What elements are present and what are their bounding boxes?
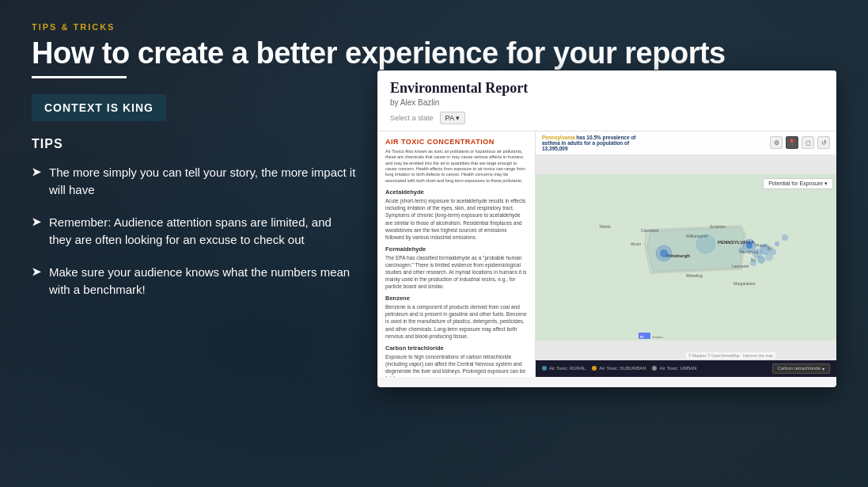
map-attribution: © Mapbox © OpenStreetMap · Improve this … (686, 352, 775, 359)
subsection-1-text: Acute (short-term) exposure to acetaldeh… (385, 197, 527, 241)
tip-item-1: ➤ The more simply you can tell your stor… (32, 164, 356, 200)
content-area: Context Is King TIPS ➤ The more simply y… (32, 94, 836, 456)
chart-dropdown-value: Carbon tetrachloride (778, 366, 821, 371)
report-select[interactable]: PA ▾ (440, 112, 465, 124)
map-svg-area: Pittsburgh PENNSYLVANIA Harrisburg Phila… (536, 154, 836, 360)
map-state-info: Pennsylvania has 10.5% prevalence of ast… (542, 135, 653, 151)
legend-urban-label: Air Toxic: URBAN (659, 366, 696, 371)
subsection-1-title: Acetaldehyde (385, 188, 527, 196)
svg-text:Akron: Akron (631, 242, 641, 246)
tip-text-3: Make sure your audience knows what the n… (49, 264, 356, 299)
report-select-label: Select a state (390, 114, 434, 122)
report-title: Environmental Report (390, 80, 824, 97)
chart-dropdown-container: Carbon tetrachloride ▾ (772, 363, 830, 374)
category-label: Tips & Tricks (32, 22, 836, 32)
report-select-value: PA (445, 114, 454, 122)
legend-rural-dot (542, 366, 547, 371)
page-container: Tips & Tricks How to create a better exp… (0, 0, 868, 487)
map-icon-3[interactable]: ◻ (802, 136, 814, 149)
subsection-3-text: Benzene is a component of products deriv… (385, 303, 527, 339)
report-header: Environmental Report by Alex Bazlin Sele… (377, 70, 836, 131)
tips-label: TIPS (32, 137, 356, 151)
legend-rural: Air Toxic: RURAL (542, 366, 586, 371)
subsection-4-title: Carbon tetrachloride (385, 344, 527, 352)
report-author: by Alex Bazlin (390, 98, 824, 107)
legend-row: Air Toxic: RURAL Air Toxic: SUBURBAN Air… (536, 360, 836, 375)
svg-point-28 (750, 260, 756, 266)
svg-text:Cleveland: Cleveland (641, 228, 658, 233)
tip-arrow-3: ➤ (32, 265, 41, 278)
svg-text:Lancaster: Lancaster (732, 264, 749, 268)
title-underline (32, 76, 127, 78)
subsection-3-title: Benzene (385, 295, 527, 302)
context-header-box: Context Is King (32, 94, 166, 121)
svg-text:Scranton: Scranton (710, 224, 726, 229)
svg-text:Morgantown: Morgantown (733, 281, 756, 286)
context-header-text: Context Is King (44, 101, 154, 114)
charts-section: Air Toxic: RURAL Air Toxic: SUBURBAN Air… (536, 360, 836, 377)
subsection-4-text: Exposure to high concentrations of carbo… (385, 353, 527, 377)
map-dropdown-value: Potential for Exposure (768, 181, 823, 186)
charts-row: WV 2010 2020 (536, 375, 836, 377)
right-panel: Environmental Report by Alex Bazlin Sele… (372, 94, 836, 456)
map-dropdown[interactable]: Potential for Exposure ▾ (763, 178, 833, 189)
svg-point-23 (660, 249, 668, 257)
report-container: Environmental Report by Alex Bazlin Sele… (377, 70, 836, 387)
map-top-bar: Pennsylvania has 10.5% prevalence of ast… (536, 131, 836, 154)
left-panel: Context Is King TIPS ➤ The more simply y… (32, 94, 372, 456)
svg-point-31 (770, 249, 776, 255)
subsection-2-text: The EPA has classified formaldehyde as a… (385, 254, 527, 290)
legend-urban: Air Toxic: URBAN (652, 366, 696, 371)
map-icon-1[interactable]: ⚙ (770, 136, 783, 149)
tip-text-2: Remember: Audience attention spans are l… (49, 214, 356, 249)
map-icon-2[interactable]: 📍 (786, 136, 798, 149)
report-select-row: Select a state PA ▾ (390, 112, 824, 124)
svg-point-33 (782, 234, 788, 241)
svg-point-34 (738, 247, 745, 253)
map-icon-group: ⚙ 📍 ◻ ↺ (770, 136, 830, 149)
legend-suburban-label: Air Toxic: SUBURBAN (599, 366, 646, 371)
legend-suburban: Air Toxic: SUBURBAN (592, 366, 646, 371)
svg-point-29 (760, 244, 771, 255)
subsection-2-title: Formaldehyde (385, 245, 527, 253)
report-section-title: Air Toxic Concentration (385, 138, 527, 146)
map-icon-4[interactable]: ↺ (817, 136, 830, 149)
tip-text-1: The more simply you can tell your story,… (49, 164, 356, 200)
svg-point-25 (746, 242, 752, 249)
legend-suburban-dot (592, 366, 597, 371)
svg-text:mapbox: mapbox (652, 335, 663, 339)
tip-item-3: ➤ Make sure your audience knows what the… (32, 264, 356, 299)
chart-dropdown[interactable]: Carbon tetrachloride ▾ (772, 363, 830, 374)
report-body-intro: Air Toxics Also known as toxic air pollu… (385, 149, 527, 185)
svg-text:m: m (640, 335, 643, 339)
svg-text:Toledo: Toledo (599, 224, 611, 229)
legend-rural-label: Air Toxic: RURAL (549, 366, 586, 371)
svg-point-35 (696, 234, 715, 253)
tip-arrow-1: ➤ (32, 166, 41, 178)
svg-point-32 (775, 242, 779, 246)
report-map-area: Pennsylvania has 10.5% prevalence of ast… (536, 131, 836, 377)
legend-urban-dot (652, 366, 657, 371)
report-body: Air Toxic Concentration Air Toxics Also … (377, 131, 836, 377)
tip-item-2: ➤ Remember: Audience attention spans are… (32, 214, 356, 249)
main-title: How to create a better experience for yo… (32, 36, 836, 71)
tip-arrow-2: ➤ (32, 215, 41, 228)
report-text-content: Air Toxic Concentration Air Toxics Also … (377, 131, 536, 377)
svg-point-27 (757, 256, 765, 264)
svg-text:Wheeling: Wheeling (686, 273, 703, 278)
